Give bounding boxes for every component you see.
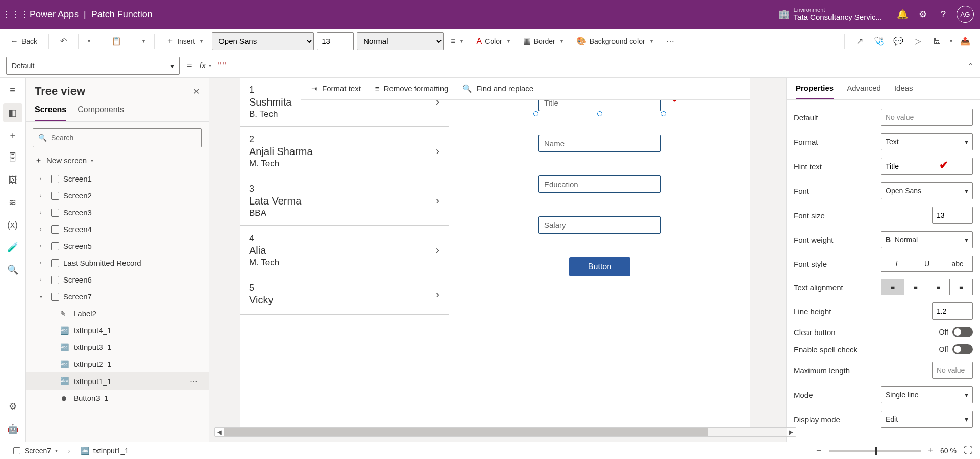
prop-hint-input[interactable] (881, 158, 973, 175)
overflow-button[interactable]: ⋯ (662, 33, 678, 49)
prop-mode-select[interactable]: Single line▾ (881, 386, 973, 403)
tree-item-last-submitted-record[interactable]: ›Last Submitted Record (26, 254, 209, 271)
align-center-button[interactable]: ≡ (904, 279, 927, 295)
rail-hamburger[interactable]: ≡ (3, 81, 22, 100)
prop-font-select[interactable]: Open Sans▾ (881, 182, 973, 199)
expand-formula-icon[interactable]: ⌃ (968, 62, 974, 70)
gallery-list[interactable]: 1SushmitaB. Tech›2Anjali SharmaM. Tech›3… (240, 78, 449, 427)
align-right-button[interactable]: ≡ (927, 279, 950, 295)
rail-treeview[interactable]: ◧ (3, 103, 22, 122)
name-input[interactable]: Name (538, 135, 661, 152)
insert-button[interactable]: ＋Insert▾ (162, 33, 209, 49)
underline-button[interactable]: U (912, 256, 943, 272)
rail-virtual-agent[interactable]: 🤖 (3, 419, 22, 439)
tree-item-screen2[interactable]: ›Screen2 (26, 187, 209, 204)
fit-screen-button[interactable]: ⛶ (964, 445, 973, 456)
app-canvas[interactable]: ⇥Format text ≡Remove formatting 🔍Find an… (240, 78, 750, 427)
tab-screens[interactable]: Screens (35, 100, 66, 121)
paste-button[interactable]: 📋 (107, 33, 126, 49)
rail-search[interactable]: 🔍 (3, 260, 22, 279)
border-button[interactable]: ▦Border▾ (519, 33, 569, 49)
prop-fontsize-input[interactable] (932, 207, 973, 224)
find-replace-button[interactable]: 🔍Find and replace (462, 84, 533, 93)
tab-properties[interactable]: Properties (796, 78, 834, 99)
comments-icon[interactable]: 💬 (890, 36, 907, 46)
help-icon[interactable]: ? (933, 9, 953, 20)
tree-item-txtinput2_1[interactable]: 🔤txtInput2_1 (26, 355, 209, 372)
save-dropdown[interactable]: ▾ (948, 38, 954, 44)
new-screen-button[interactable]: ＋ New screen ▾ (26, 154, 209, 170)
rail-flows[interactable]: ≋ (3, 193, 22, 212)
rail-media[interactable]: 🖼 (3, 170, 22, 190)
tree-item-screen4[interactable]: ›Screen4 (26, 221, 209, 238)
tree-item-txtinput4_1[interactable]: 🔤txtInput4_1 (26, 322, 209, 339)
font-family-select[interactable]: Open Sans (212, 32, 314, 50)
prop-maxlen-input[interactable] (932, 362, 973, 379)
list-item[interactable]: 3Lata VermaBBA› (240, 176, 449, 226)
list-item[interactable]: 4AliaM. Tech› (240, 226, 449, 275)
back-button[interactable]: ←Back (6, 34, 41, 49)
tree-item-label2[interactable]: ✎Label2 (26, 305, 209, 322)
settings-icon[interactable]: ⚙ (913, 9, 933, 20)
rail-variables[interactable]: (x) (3, 215, 22, 235)
zoom-slider[interactable] (829, 450, 921, 452)
education-input[interactable]: Education (538, 175, 661, 193)
breadcrumb-control[interactable]: 🔤txtInput1_1 (75, 445, 135, 457)
play-icon[interactable]: ▷ (909, 36, 926, 46)
align-left-button[interactable]: ≡ (881, 279, 904, 295)
undo-dropdown[interactable]: ▾ (86, 38, 92, 44)
tab-ideas[interactable]: Ideas (894, 78, 913, 99)
format-text-button[interactable]: ⇥Format text (311, 84, 361, 93)
list-item[interactable]: 5Vicky› (240, 275, 449, 315)
tree-item-screen6[interactable]: ›Screen6 (26, 271, 209, 288)
environment-picker[interactable]: 🏢 Environment Tata Consultancy Servic... (778, 7, 882, 22)
prop-default-input[interactable] (881, 109, 973, 126)
app-launcher[interactable]: ⋮⋮⋮ (6, 5, 24, 23)
color-button[interactable]: AColor▾ (472, 34, 516, 49)
paste-dropdown[interactable]: ▾ (140, 38, 147, 44)
formula-input[interactable]: "" (211, 61, 968, 70)
list-item[interactable]: 2Anjali SharmaM. Tech› (240, 127, 449, 176)
submit-button[interactable]: Button (569, 257, 630, 276)
tree-item-screen5[interactable]: ›Screen5 (26, 238, 209, 254)
spell-toggle[interactable]: Off (939, 344, 973, 354)
tree-item-txtinput3_1[interactable]: 🔤txtInput3_1 (26, 339, 209, 355)
notifications-icon[interactable]: 🔔 (892, 9, 913, 20)
remove-formatting-button[interactable]: ≡Remove formatting (375, 84, 448, 93)
prop-fontweight-select[interactable]: B Normal▾ (881, 231, 973, 248)
paragraph-button[interactable]: ≡▾ (447, 34, 469, 49)
zoom-out-button[interactable]: − (816, 445, 822, 456)
undo-button[interactable]: ↶ (56, 33, 71, 49)
share-icon[interactable]: ↗ (851, 36, 868, 46)
prop-format-select[interactable]: Text▾ (881, 133, 973, 150)
font-weight-select[interactable]: Normal (357, 32, 444, 50)
salary-input[interactable]: Salary (538, 216, 661, 234)
breadcrumb-screen[interactable]: Screen7▾ (7, 445, 64, 457)
bgcolor-button[interactable]: 🎨Background color▾ (572, 33, 659, 49)
clear-toggle[interactable]: Off (939, 327, 973, 337)
zoom-in-button[interactable]: + (928, 445, 934, 456)
tree-item-screen1[interactable]: ›Screen1 (26, 170, 209, 187)
horizontal-scrollbar[interactable]: ◀▶ (214, 427, 796, 437)
tab-components[interactable]: Components (78, 100, 124, 121)
search-input[interactable]: 🔍 Search (33, 128, 202, 147)
rail-insert[interactable]: ＋ (3, 125, 22, 145)
rail-data[interactable]: 🗄 (3, 148, 22, 167)
save-icon[interactable]: 🖫 (928, 37, 946, 46)
fx-icon[interactable]: fx (200, 61, 206, 70)
tree-item-button3_1[interactable]: ⏺Button3_1 (26, 390, 209, 406)
tree-item-txtinput1_1[interactable]: 🔤txtInput1_1⋯ (26, 372, 209, 390)
publish-icon[interactable]: 📤 (957, 36, 974, 46)
prop-lineheight-input[interactable] (932, 302, 973, 320)
align-justify-button[interactable]: ≡ (949, 279, 973, 295)
prop-dispmode-select[interactable]: Edit▾ (881, 411, 973, 428)
checker-icon[interactable]: 🩺 (870, 36, 888, 46)
avatar[interactable]: AG (957, 6, 974, 23)
rail-settings[interactable]: ⚙ (3, 397, 22, 416)
close-icon[interactable]: ✕ (193, 87, 200, 96)
rail-tests[interactable]: 🧪 (3, 238, 22, 257)
tab-advanced[interactable]: Advanced (847, 78, 881, 99)
strike-button[interactable]: abc (942, 256, 973, 272)
tree-item-screen7[interactable]: ▾Screen7 (26, 288, 209, 305)
property-selector[interactable]: Default▾ (6, 57, 180, 75)
